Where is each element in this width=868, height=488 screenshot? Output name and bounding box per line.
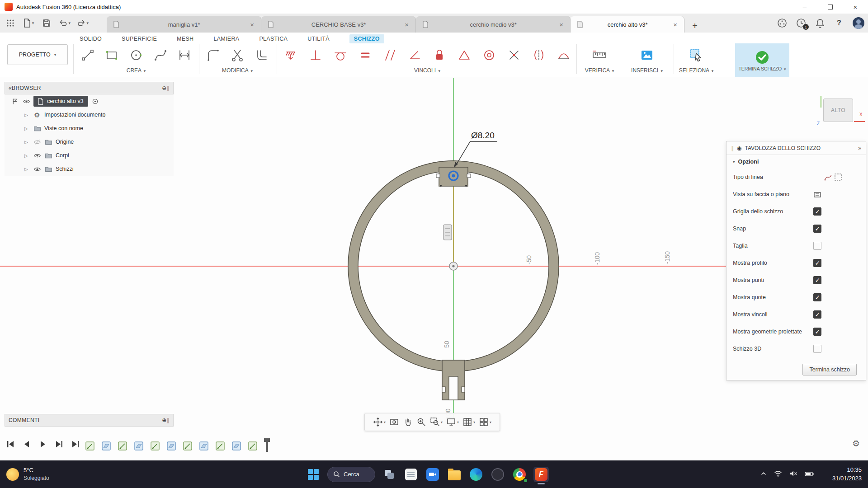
dimension-tool-icon[interactable]: [176, 47, 193, 63]
perpendicular-constraint-icon[interactable]: [307, 47, 324, 63]
document-tab-cerchio-medio[interactable]: cerchio medio v3* ×: [416, 16, 571, 33]
taskbar-clock[interactable]: 10:35 31/01/2023: [832, 460, 862, 488]
timeline-feature-sketch[interactable]: [215, 441, 225, 451]
comments-header[interactable]: COMMENTI ⊕ ∥: [5, 414, 174, 427]
select-icon[interactable]: [688, 47, 704, 63]
look-at-icon[interactable]: [389, 417, 399, 427]
expand-caret-icon[interactable]: ▷: [24, 167, 30, 172]
timeline-feature-plane[interactable]: [231, 441, 241, 451]
insert-image-icon[interactable]: [639, 47, 655, 63]
play-button[interactable]: [37, 438, 49, 450]
inserisci-group-label[interactable]: INSERISCI ▾: [629, 67, 665, 74]
timeline-feature-sketch[interactable]: [118, 441, 127, 451]
fillet-tool-icon[interactable]: [205, 47, 221, 63]
browser-collapse-icon[interactable]: «: [9, 85, 12, 91]
chrome-browser-button[interactable]: [512, 467, 527, 482]
line-tool-icon[interactable]: [80, 47, 96, 63]
snap-checkbox[interactable]: [813, 225, 821, 233]
help-icon[interactable]: ?: [834, 18, 844, 28]
mostra-punti-checkbox[interactable]: [813, 276, 821, 284]
dark-app-button[interactable]: [490, 467, 505, 482]
sketch-point[interactable]: [465, 185, 467, 187]
file-explorer-button[interactable]: [447, 467, 462, 482]
expand-caret-icon[interactable]: ▷: [24, 140, 30, 145]
taskbar-search[interactable]: Cerca: [327, 467, 375, 482]
ribbon-tab-schizzo[interactable]: SCHIZZO: [349, 34, 384, 43]
linetype-construction-icon[interactable]: [833, 172, 843, 182]
ribbon-tab-plastica[interactable]: PLASTICA: [259, 36, 288, 42]
document-tab-cerchio-base[interactable]: CERCHIO BASE v3* ×: [261, 16, 416, 33]
dimension-label[interactable]: Ø8.20: [471, 131, 495, 140]
browser-item-origine[interactable]: ▷ Origine: [5, 135, 174, 149]
taglia-checkbox[interactable]: [813, 242, 821, 250]
crea-group-label[interactable]: CREA ▾: [80, 67, 193, 74]
new-tab-button[interactable]: +: [688, 19, 702, 33]
fix-constraint-icon[interactable]: [283, 47, 299, 63]
timeline-feature-plane[interactable]: [166, 441, 176, 451]
weather-widget[interactable]: 5°C Soleggiato: [6, 460, 49, 488]
step-back-button[interactable]: [21, 438, 33, 450]
step-forward-button[interactable]: [53, 438, 65, 450]
timeline-feature-sketch[interactable]: [183, 441, 193, 451]
battery-icon[interactable]: [805, 470, 814, 479]
measure-icon[interactable]: [591, 47, 608, 63]
equal-constraint-icon[interactable]: [357, 47, 373, 63]
spline-tool-icon[interactable]: [152, 47, 169, 63]
notifications-bell-icon[interactable]: [815, 18, 826, 28]
wifi-icon[interactable]: [774, 470, 782, 479]
linetype-spline-icon[interactable]: [823, 172, 833, 182]
tray-chevron-icon[interactable]: [760, 470, 767, 479]
tangent-constraint-icon[interactable]: [332, 47, 349, 63]
save-icon[interactable]: [41, 17, 52, 29]
palette-grip-icon[interactable]: ∥: [731, 145, 734, 151]
eye-icon[interactable]: [22, 97, 30, 105]
browser-item-schizzi[interactable]: ▷ Schizzi: [5, 162, 174, 176]
comments-grip-icon[interactable]: ∥: [167, 417, 170, 423]
ribbon-tab-solido[interactable]: SOLIDO: [80, 36, 102, 42]
zoom-window-icon[interactable]: ▾: [430, 417, 443, 427]
triangle-constraint-icon[interactable]: [456, 47, 472, 63]
browser-grip-icon[interactable]: ∥: [167, 85, 170, 91]
symmetry-constraint-icon[interactable]: [531, 47, 547, 63]
palette-section[interactable]: ▾ Opzioni: [726, 155, 866, 169]
job-status-icon[interactable]: 1: [796, 18, 807, 28]
timeline-feature-sketch[interactable]: [85, 441, 95, 451]
selected-point-center[interactable]: [452, 174, 455, 178]
timeline-feature-plane[interactable]: [101, 441, 111, 451]
browser-item-root[interactable]: cerchio alto v3: [5, 94, 174, 108]
ribbon-tab-utilita[interactable]: UTILITÀ: [307, 36, 330, 42]
tab-close-icon[interactable]: ×: [403, 21, 410, 28]
timeline-feature-sketch[interactable]: [150, 441, 160, 451]
go-to-end-button[interactable]: [70, 438, 81, 450]
undo-icon[interactable]: ▾: [59, 17, 71, 29]
maximize-button[interactable]: [817, 0, 843, 14]
mostra-vincoli-checkbox[interactable]: [813, 310, 821, 319]
volume-muted-icon[interactable]: [789, 470, 797, 479]
close-button[interactable]: ×: [843, 0, 868, 14]
tab-close-icon[interactable]: ×: [249, 21, 255, 28]
browser-minimize-icon[interactable]: ⊖: [162, 85, 166, 91]
ribbon-tab-lamiera[interactable]: LAMIERA: [213, 36, 239, 42]
offset-tool-icon[interactable]: [254, 47, 270, 63]
timeline-feature-plane[interactable]: [134, 441, 144, 451]
modifica-group-label[interactable]: MODIFICA ▾: [203, 67, 271, 74]
timeline-feature-sketch[interactable]: [248, 441, 258, 451]
document-tab-maniglia[interactable]: maniglia v1* ×: [107, 16, 261, 33]
vincoli-group-label[interactable]: VINCOLI ▾: [283, 67, 572, 74]
trim-tool-icon[interactable]: [229, 47, 245, 63]
file-menu-icon[interactable]: ▾: [23, 17, 34, 29]
browser-item-corpi[interactable]: ▷ Corpi: [5, 149, 174, 162]
target-icon[interactable]: [91, 97, 99, 105]
extensions-icon[interactable]: [777, 18, 788, 28]
notes-app-button[interactable]: [403, 467, 419, 482]
palette-collapse-icon[interactable]: »: [858, 145, 861, 151]
app-grid-icon[interactable]: [5, 17, 16, 29]
progetto-dropdown[interactable]: PROGETTO ▾: [7, 44, 68, 65]
timeline-settings-gear-icon[interactable]: ⚙: [852, 438, 860, 449]
grid-settings-icon[interactable]: ▾: [462, 417, 475, 427]
redo-icon[interactable]: ▾: [77, 17, 89, 29]
eye-icon[interactable]: [33, 165, 41, 173]
comments-add-icon[interactable]: ⊕: [162, 417, 166, 423]
circle-tool-icon[interactable]: [128, 47, 144, 63]
collinear-constraint-icon[interactable]: [407, 47, 423, 63]
